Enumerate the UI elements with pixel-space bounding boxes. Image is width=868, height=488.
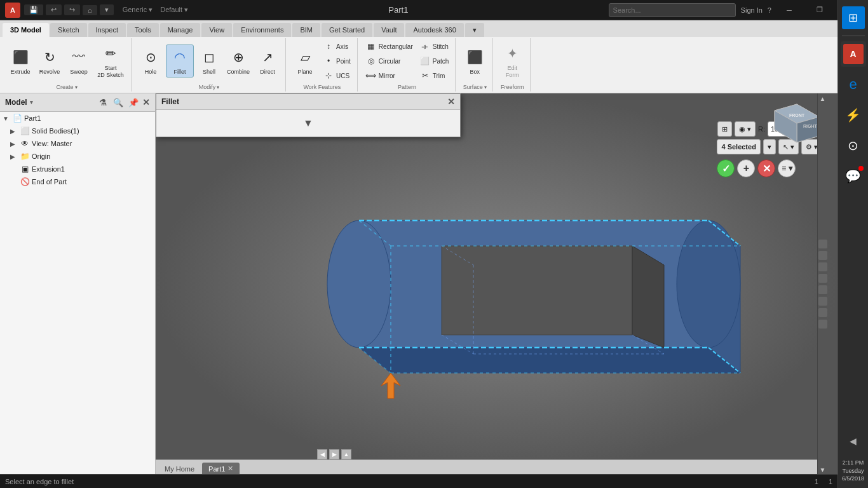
help-btn[interactable]: ? bbox=[768, 6, 771, 14]
tab-manage[interactable]: Manage bbox=[160, 23, 201, 37]
start-2d-sketch-btn[interactable]: ✏ Start2D Sketch bbox=[94, 41, 127, 81]
statusbar: Select an edge to fillet 1 1 bbox=[0, 474, 837, 488]
taskbar-lightning[interactable]: ⚡ bbox=[841, 102, 866, 128]
start-btn[interactable]: ⊞ bbox=[841, 5, 866, 30]
tab-scroll-right[interactable]: ▶ bbox=[329, 449, 339, 459]
modify-dropdown[interactable]: ▾ bbox=[217, 85, 219, 90]
minimize-btn[interactable]: ─ bbox=[776, 1, 802, 19]
taskbar-chrome[interactable]: ⊙ bbox=[841, 133, 866, 158]
trim-btn[interactable]: ✂ Trim bbox=[417, 69, 452, 83]
quick-undo[interactable]: ↩ bbox=[46, 4, 62, 15]
main-area: Model ▾ ⚗ 🔍 📌 ✕ ▼ 📄 Part1 ▶ ⬜ Solid Bodi… bbox=[0, 93, 837, 475]
tree-item-extrusion1[interactable]: ▣ Extrusion1 bbox=[0, 163, 155, 175]
hole-btn[interactable]: ⊙ Hole bbox=[137, 45, 165, 78]
tab-get-started[interactable]: Get Started bbox=[322, 23, 372, 37]
scroll-top-btn[interactable]: ▲ bbox=[818, 93, 828, 104]
taskbar-inventor[interactable]: A bbox=[841, 41, 866, 67]
tab-sketch[interactable]: Sketch bbox=[50, 23, 87, 37]
restore-btn[interactable]: ❐ bbox=[807, 1, 832, 19]
model-dropdown-arrow[interactable]: ▾ bbox=[30, 99, 33, 105]
panel-pin-btn[interactable]: 📌 bbox=[127, 96, 140, 109]
view-cube-btn[interactable]: ⊞ bbox=[717, 121, 732, 137]
trim-label: Trim bbox=[433, 72, 445, 79]
tab-my-home[interactable]: My Home bbox=[158, 463, 201, 475]
global-search-input[interactable] bbox=[609, 3, 736, 17]
tab-bim[interactable]: BIM bbox=[292, 23, 320, 37]
look-btn[interactable] bbox=[818, 297, 827, 306]
scroll-bottom-btn[interactable]: ▼ bbox=[818, 464, 828, 475]
tab-inspect[interactable]: Inspect bbox=[88, 23, 126, 37]
plane-btn[interactable]: ▱ Plane bbox=[291, 45, 319, 78]
mirror-btn[interactable]: ⟺ Mirror bbox=[363, 69, 416, 83]
create-dropdown[interactable]: ▾ bbox=[75, 85, 78, 90]
tab-vault[interactable]: Vault bbox=[374, 23, 404, 37]
tab-scroll-up[interactable]: ▲ bbox=[341, 449, 351, 459]
viewport-scrollbar[interactable]: ▲ ▼ bbox=[817, 93, 827, 475]
walk-btn[interactable] bbox=[818, 320, 827, 329]
origin-label: Origin bbox=[32, 152, 50, 160]
sign-in-label[interactable]: Sign In bbox=[741, 6, 763, 14]
box-btn[interactable]: ⬛ Box bbox=[461, 45, 489, 78]
stitch-btn[interactable]: ⟛ Stitch bbox=[417, 39, 452, 53]
taskbar-edge[interactable]: e bbox=[841, 72, 866, 97]
rotate-btn[interactable] bbox=[818, 285, 827, 294]
rectangular-btn[interactable]: ▦ Rectangular bbox=[363, 39, 416, 53]
extrude-btn[interactable]: ⬛ Extrude bbox=[6, 45, 34, 78]
filter-btn[interactable]: ⚗ bbox=[97, 96, 109, 109]
tab-environments[interactable]: Environments bbox=[233, 23, 291, 37]
selected-count-btn[interactable]: 4 Selected bbox=[717, 139, 760, 154]
cube-navigator[interactable]: FRONT RIGHT bbox=[771, 101, 822, 146]
expand-taskbar-btn[interactable]: ◀ bbox=[841, 428, 866, 454]
zoom-in-btn[interactable] bbox=[818, 251, 827, 260]
ucs-btn[interactable]: ⊹ UCS bbox=[320, 69, 353, 83]
tree-item-origin[interactable]: ▶ 📁 Origin bbox=[0, 150, 155, 163]
point-btn[interactable]: • Point bbox=[320, 54, 353, 68]
origin-expand[interactable]: ▶ bbox=[10, 153, 18, 160]
edit-form-btn[interactable]: ✦ EditForm bbox=[498, 41, 526, 81]
pan-btn[interactable] bbox=[818, 274, 827, 283]
tree-item-view-master[interactable]: ▶ 👁 View: Master bbox=[0, 137, 155, 150]
quick-save[interactable]: 💾 bbox=[24, 4, 43, 15]
fillet-menu-btn[interactable]: ≡ ▾ bbox=[778, 159, 796, 177]
fillet-btn[interactable]: ◜◝ Fillet bbox=[166, 44, 194, 78]
dialog-body: ▼ bbox=[156, 110, 460, 137]
cancel-fillet-btn[interactable]: ✕ bbox=[757, 159, 775, 177]
zoom-fit-btn[interactable] bbox=[818, 240, 827, 248]
tree-item-solid-bodies[interactable]: ▶ ⬜ Solid Bodies(1) bbox=[0, 125, 155, 137]
view-mode-btn[interactable]: ◉ ▾ bbox=[735, 121, 756, 137]
viewport[interactable]: Fillet ✕ ▼ ⊞ ◉ ▾ R: ▶ 4 Selected ▾ ↖ ▾ ⚙… bbox=[156, 93, 837, 475]
tab-tools[interactable]: Tools bbox=[127, 23, 159, 37]
zoom-out-btn[interactable] bbox=[818, 262, 827, 271]
add-fillet-btn[interactable]: + bbox=[737, 159, 755, 177]
quick-home[interactable]: ⌂ bbox=[83, 5, 97, 15]
dialog-close-btn[interactable]: ✕ bbox=[447, 97, 455, 107]
find-btn[interactable]: 🔍 bbox=[112, 96, 125, 109]
patch-btn[interactable]: ⬜ Patch bbox=[417, 54, 452, 68]
tab-scroll-left[interactable]: ◀ bbox=[317, 449, 327, 459]
direct-btn[interactable]: ↗ Direct bbox=[254, 45, 281, 78]
combine-btn[interactable]: ⊕ Combine bbox=[224, 45, 252, 78]
tab-extra[interactable]: ▾ bbox=[465, 23, 484, 37]
view-master-expand[interactable]: ▶ bbox=[10, 140, 18, 147]
tab-part1[interactable]: Part1 ✕ bbox=[202, 463, 240, 475]
solid-bodies-expand[interactable]: ▶ bbox=[10, 128, 18, 135]
tab-autodesk-360[interactable]: Autodesk 360 bbox=[405, 23, 463, 37]
sweep-btn[interactable]: 〰 Sweep bbox=[65, 45, 93, 78]
tree-item-end-of-part[interactable]: 🚫 End of Part bbox=[0, 175, 155, 188]
orbit-btn[interactable] bbox=[818, 308, 827, 317]
quick-more[interactable]: ▾ bbox=[100, 4, 114, 15]
axis-btn[interactable]: ↕ Axis bbox=[320, 39, 353, 53]
taskbar-notification[interactable]: 💬 bbox=[841, 163, 866, 189]
tab-3d-model[interactable]: 3D Model bbox=[3, 23, 49, 37]
surface-dropdown[interactable]: ▾ bbox=[484, 85, 487, 90]
tab-close-icon[interactable]: ✕ bbox=[227, 464, 233, 473]
confirm-fillet-btn[interactable]: ✓ bbox=[717, 159, 735, 177]
quick-redo[interactable]: ↪ bbox=[64, 4, 80, 15]
panel-close-btn[interactable]: ✕ bbox=[142, 97, 150, 107]
tree-item-part1[interactable]: ▼ 📄 Part1 bbox=[0, 112, 155, 125]
part1-expand[interactable]: ▼ bbox=[3, 115, 10, 122]
shell-btn[interactable]: ◻ Shell bbox=[195, 45, 223, 78]
circular-btn[interactable]: ◎ Circular bbox=[363, 54, 416, 68]
revolve-btn[interactable]: ↻ Revolve bbox=[36, 45, 64, 78]
tab-view[interactable]: View bbox=[201, 23, 232, 37]
